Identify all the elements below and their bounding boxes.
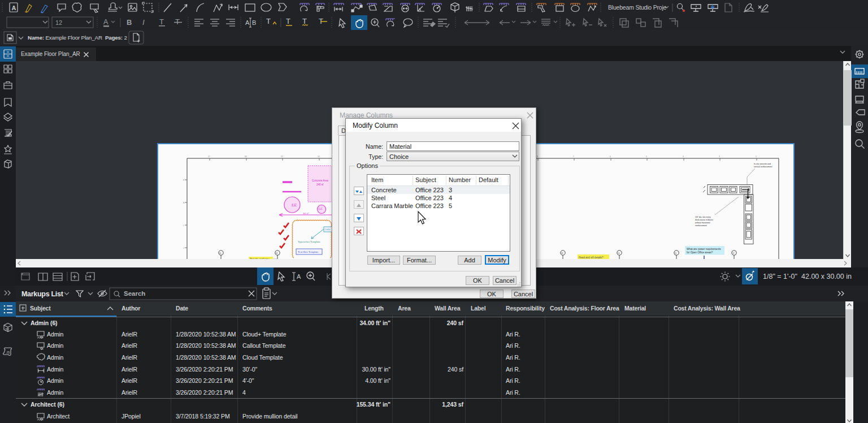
svg-text:11: 11: [675, 252, 677, 254]
svg-text:15: 15: [281, 156, 283, 158]
svg-text:1/8" = 1'-0": 1/8" = 1'-0": [763, 273, 797, 280]
svg-text:4'-0": 4'-0": [319, 208, 323, 210]
svg-text:JS: JS: [6, 351, 10, 354]
svg-text:A: A: [103, 18, 108, 26]
svg-text:1/4" dia. ties every: 1/4" dia. ties every: [695, 216, 711, 218]
svg-text:reinforcement: reinforcement: [695, 225, 707, 227]
svg-text:third course in blocks: third course in blocks: [695, 219, 713, 221]
svg-text:Typewriter Template: Typewriter Template: [298, 240, 320, 243]
svg-text:for Open Office areas?: for Open Office areas?: [687, 251, 713, 254]
svg-text:4: 4: [683, 156, 684, 158]
svg-text:12: 12: [732, 252, 735, 254]
svg-text:Concrete Area: Concrete Area: [312, 179, 328, 182]
svg-text:6: 6: [610, 156, 611, 158]
svg-text:02: 02: [276, 252, 278, 254]
svg-text:J: J: [183, 247, 184, 249]
svg-text:L: L: [183, 225, 184, 227]
svg-text:2: 2: [756, 156, 757, 158]
svg-text:A: A: [297, 273, 301, 280]
svg-text:P: P: [183, 179, 184, 182]
svg-text:B: B: [127, 18, 132, 27]
svg-text:B: B: [252, 19, 256, 26]
svg-text:Head and sill details?: Head and sill details?: [579, 256, 604, 259]
svg-text:5: 5: [646, 156, 647, 158]
svg-text:42.00 x 30.00 in: 42.00 x 30.00 in: [801, 273, 852, 280]
svg-text:Bluebeam Studio Proje: Bluebeam Studio Proje: [608, 4, 667, 11]
svg-text:without horizontal: without horizontal: [695, 222, 710, 224]
svg-text:A: A: [245, 19, 250, 26]
svg-text:T: T: [159, 18, 164, 26]
svg-text:12: 12: [55, 19, 62, 26]
svg-text:What are power requirements: What are power requirements: [687, 248, 721, 251]
svg-text:T: T: [286, 17, 290, 25]
svg-text:Markups List: Markups List: [21, 290, 64, 298]
svg-text:16: 16: [245, 156, 247, 158]
svg-text:Search: Search: [124, 290, 145, 297]
svg-text:7: 7: [573, 156, 574, 158]
svg-text:In-situ concrete and: In-situ concrete and: [754, 163, 771, 165]
svg-text:N: N: [183, 202, 185, 204]
svg-text:T: T: [175, 18, 180, 26]
svg-text:3: 3: [719, 156, 720, 158]
svg-text:09: 09: [561, 252, 563, 254]
svg-text:240 sf: 240 sf: [316, 183, 324, 186]
svg-text:A: A: [12, 5, 16, 11]
svg-text:I: I: [142, 18, 145, 27]
svg-text:Callo: Callo: [325, 228, 330, 231]
svg-text:30'-0": 30'-0": [303, 212, 309, 215]
svg-text:T: T: [266, 17, 271, 25]
svg-text:4'-0": 4'-0": [292, 204, 297, 206]
svg-text:3D: 3D: [5, 327, 9, 331]
svg-text:14: 14: [318, 156, 320, 158]
svg-text:Text Box Template: Text Box Template: [298, 251, 319, 253]
svg-text:T: T: [302, 17, 307, 25]
svg-text:17: 17: [208, 156, 210, 158]
svg-text:vertical reinforcement: vertical reinforcement: [754, 166, 772, 168]
svg-text:10: 10: [618, 252, 620, 254]
svg-text:8: 8: [537, 156, 538, 158]
svg-text:01: 01: [219, 252, 222, 254]
